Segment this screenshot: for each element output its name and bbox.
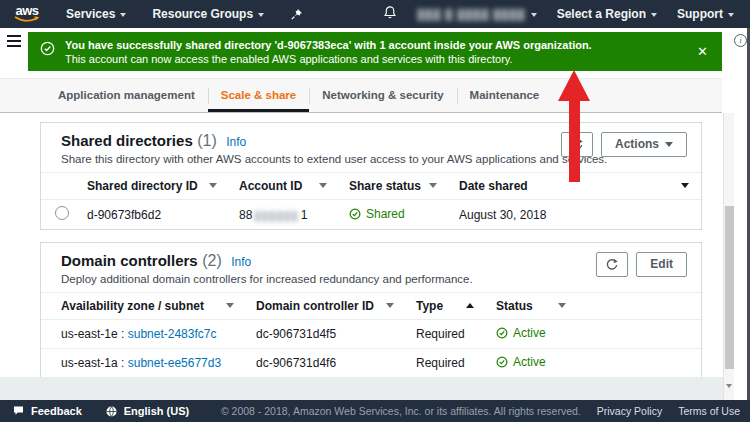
footer-left: Feedback English (US) bbox=[12, 405, 189, 418]
info-link[interactable]: Info bbox=[226, 135, 246, 149]
bell-icon[interactable] bbox=[383, 5, 397, 23]
chevron-down-icon bbox=[120, 13, 126, 17]
panel-count: (2) bbox=[202, 252, 222, 269]
tab-bar: Application management Scale & share Net… bbox=[0, 78, 722, 113]
chevron-down-icon bbox=[531, 13, 537, 17]
zone-separator: : bbox=[118, 356, 128, 370]
table-header-row: Availability zone / subnet Domain contro… bbox=[41, 293, 701, 320]
sort-filter-icon[interactable] bbox=[319, 183, 327, 188]
sort-filter-icon[interactable] bbox=[558, 303, 566, 308]
aws-console-window: aws Services Resource Groups bbox=[0, 0, 750, 422]
nav-support-menu[interactable]: Support bbox=[677, 7, 734, 21]
nav-right-group: ███ █ ████ ████ Select a Region Support bbox=[383, 5, 734, 23]
row-radio-button[interactable] bbox=[55, 206, 69, 220]
subnet-link[interactable]: subnet-2483fc7c bbox=[128, 327, 217, 341]
sort-filter-icon[interactable] bbox=[429, 183, 437, 188]
select-all-header bbox=[41, 173, 77, 200]
tab-content: Shared directories (1) Info Share this d… bbox=[0, 113, 722, 378]
chevron-down-icon bbox=[258, 13, 264, 17]
col-label: Shared directory ID bbox=[87, 179, 198, 193]
tab-networking-and-security[interactable]: Networking & security bbox=[309, 79, 456, 112]
col-label: Account ID bbox=[239, 179, 302, 193]
refresh-icon bbox=[570, 138, 584, 152]
aws-smile-icon bbox=[14, 16, 40, 23]
col-shared-directory-id[interactable]: Shared directory ID bbox=[77, 173, 229, 200]
edit-button[interactable]: Edit bbox=[636, 252, 687, 277]
console-footer: Feedback English (US) © 2008 - 2018, Ama… bbox=[0, 400, 750, 422]
privacy-policy-link[interactable]: Privacy Policy bbox=[597, 405, 662, 417]
col-date-shared[interactable]: Date shared bbox=[449, 173, 701, 200]
info-link[interactable]: Info bbox=[231, 255, 251, 269]
cell-directory-id: d-90673fb6d2 bbox=[77, 200, 229, 230]
panel-actions: Actions bbox=[561, 132, 687, 157]
sort-filter-icon[interactable] bbox=[226, 303, 234, 308]
refresh-button[interactable] bbox=[596, 252, 628, 277]
col-share-status[interactable]: Share status bbox=[339, 173, 449, 200]
chevron-down-icon bbox=[665, 142, 673, 147]
hamburger-menu-icon[interactable] bbox=[7, 35, 21, 50]
account-id-prefix: 88 bbox=[239, 208, 252, 222]
col-domain-controller-id[interactable]: Domain controller ID bbox=[246, 293, 406, 320]
col-availability-zone[interactable]: Availability zone / subnet bbox=[41, 293, 246, 320]
check-circle-icon bbox=[496, 327, 508, 339]
top-nav: aws Services Resource Groups bbox=[0, 0, 750, 28]
col-account-id[interactable]: Account ID bbox=[229, 173, 339, 200]
sort-filter-icon[interactable] bbox=[209, 183, 217, 188]
cell-date-shared: August 30, 2018 bbox=[449, 200, 701, 230]
panel-description: Deploy additional domain controllers for… bbox=[61, 273, 685, 285]
tab-scale-and-share[interactable]: Scale & share bbox=[208, 79, 309, 112]
cell-account-id: 88██████1 bbox=[229, 200, 339, 230]
nav-region-menu[interactable]: Select a Region bbox=[557, 7, 657, 21]
col-label: Share status bbox=[349, 179, 421, 193]
domain-controllers-header: Domain controllers (2) Info Deploy addit… bbox=[41, 243, 701, 292]
cell-status: Active bbox=[486, 320, 578, 349]
status-badge: Active bbox=[513, 326, 546, 340]
zone-separator: : bbox=[118, 327, 128, 341]
domain-controllers-table: Availability zone / subnet Domain contro… bbox=[41, 292, 701, 377]
domain-controllers-panel: Domain controllers (2) Info Deploy addit… bbox=[40, 242, 702, 378]
scrollbar-thumb[interactable] bbox=[725, 206, 734, 369]
feedback-label: Feedback bbox=[31, 405, 82, 417]
cell-status: Active bbox=[486, 349, 578, 378]
zone-label: us-east-1e bbox=[61, 327, 118, 341]
nav-resource-groups-menu[interactable]: Resource Groups bbox=[152, 7, 264, 21]
vertical-scrollbar[interactable] bbox=[723, 113, 734, 400]
scrollbar-down-arrow[interactable] bbox=[725, 381, 734, 393]
nav-account-menu[interactable]: ███ █ ████ ████ bbox=[417, 9, 536, 20]
col-type[interactable]: Type bbox=[406, 293, 486, 320]
nav-services-menu[interactable]: Services bbox=[66, 7, 126, 21]
subnet-link[interactable]: subnet-ee5677d3 bbox=[128, 356, 221, 370]
refresh-button[interactable] bbox=[561, 132, 593, 157]
cell-controller-id: dc-906731d4f6 bbox=[246, 349, 406, 378]
table-row: d-90673fb6d2 88██████1 S bbox=[41, 200, 701, 230]
banner-line1: You have successfully shared directory '… bbox=[65, 38, 592, 52]
success-notification-banner: You have successfully shared directory '… bbox=[28, 32, 722, 71]
help-panel-rail bbox=[734, 28, 747, 400]
cell-type: Required bbox=[406, 320, 486, 349]
sort-filter-icon[interactable] bbox=[386, 303, 394, 308]
tab-application-management[interactable]: Application management bbox=[45, 79, 208, 112]
info-icon[interactable] bbox=[734, 34, 747, 47]
account-name-redacted: ███ █ ████ ████ bbox=[417, 9, 525, 20]
banner-text: You have successfully shared directory '… bbox=[65, 38, 592, 66]
close-icon[interactable] bbox=[697, 42, 711, 56]
sort-asc-icon[interactable] bbox=[466, 303, 474, 308]
cell-zone-subnet: us-east-1e : subnet-2483fc7c bbox=[41, 320, 246, 349]
aws-logo[interactable]: aws bbox=[14, 6, 40, 23]
tab-maintenance[interactable]: Maintenance bbox=[457, 79, 553, 112]
table-row: us-east-1e : subnet-2483fc7c dc-906731d4… bbox=[41, 320, 701, 349]
pushpin-icon[interactable] bbox=[290, 8, 303, 21]
page-body: You have successfully shared directory '… bbox=[0, 28, 750, 400]
sort-desc-icon[interactable] bbox=[681, 183, 689, 188]
chevron-down-icon bbox=[651, 13, 657, 17]
feedback-button[interactable]: Feedback bbox=[12, 405, 82, 417]
cell-controller-id: dc-906731d4f5 bbox=[246, 320, 406, 349]
col-label: Date shared bbox=[459, 179, 528, 193]
col-label: Availability zone / subnet bbox=[61, 299, 204, 313]
nav-resource-groups-label: Resource Groups bbox=[152, 7, 253, 21]
terms-of-use-link[interactable]: Terms of Use bbox=[678, 405, 740, 417]
edit-button-label: Edit bbox=[650, 257, 673, 272]
actions-button[interactable]: Actions bbox=[601, 132, 687, 157]
col-status[interactable]: Status bbox=[486, 293, 578, 320]
language-selector[interactable]: English (US) bbox=[105, 405, 189, 418]
